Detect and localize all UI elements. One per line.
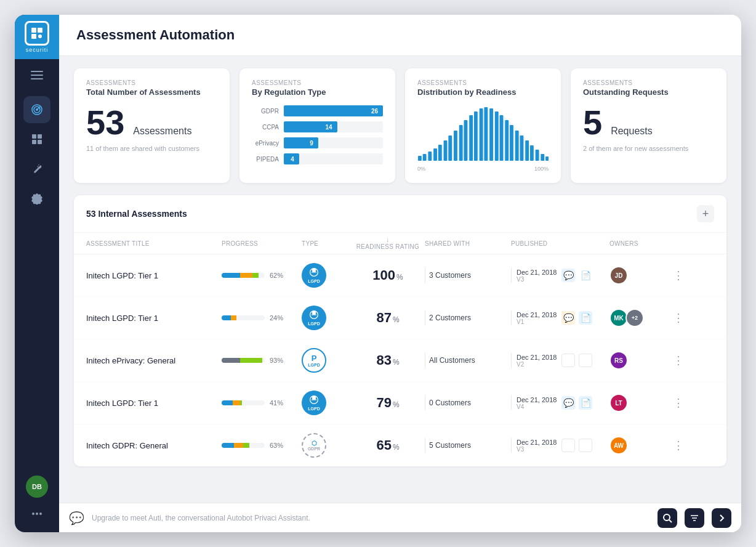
- doc-icon-empty: [579, 354, 592, 367]
- doc-icon-empty: [579, 439, 592, 452]
- svg-rect-23: [444, 140, 448, 161]
- svg-line-54: [669, 520, 672, 522]
- svg-rect-26: [459, 125, 463, 161]
- bar-row-ccpa: CCPA 14: [252, 121, 383, 132]
- shared-cell: 2 Customers: [425, 310, 511, 325]
- doc-icon[interactable]: 📄: [579, 311, 592, 325]
- search-button[interactable]: [657, 508, 677, 528]
- svg-rect-24: [448, 136, 452, 161]
- svg-rect-1: [38, 28, 42, 33]
- table-body: Initech LGPD: Tier 1 62% LGPD 100 % 3 Cu…: [74, 254, 726, 466]
- table-row: Initech GDPR: General 63% ⬡ GDPR 65 % 5 …: [74, 424, 726, 466]
- page-header: Assessment Automation: [59, 15, 741, 56]
- progress-cell: 62%: [222, 272, 302, 279]
- col-header-published: Published: [511, 240, 609, 247]
- published-cell: Dec 21, 2018 V3 💬 📄: [511, 268, 609, 283]
- progress-cell: 24%: [222, 314, 302, 322]
- col-header-type: Type: [302, 240, 351, 247]
- owners-cell: MK+2: [609, 309, 671, 327]
- type-cell: P LGPD: [302, 348, 351, 373]
- readiness-value: 65: [376, 437, 391, 453]
- progress-pct: 63%: [270, 442, 283, 449]
- owners-cell: JD: [609, 266, 671, 285]
- chat-icon[interactable]: 💬: [561, 396, 575, 410]
- axis-end: 100%: [534, 166, 549, 172]
- svg-rect-11: [32, 134, 36, 139]
- table-column-headers: Assessment Title Progress Type ↓ Readine…: [74, 233, 726, 254]
- pub-icons: 💬 📄: [561, 396, 592, 410]
- progress-pct: 93%: [270, 357, 283, 364]
- shared-text: 3 Customers: [429, 271, 471, 280]
- progress-cell: 93%: [222, 357, 302, 364]
- owner-avatar: JD: [609, 266, 628, 285]
- sidebar-item-grid[interactable]: [23, 126, 50, 153]
- readiness-arrow: ↓: [386, 237, 389, 243]
- bottom-actions: [657, 508, 731, 528]
- type-cell: ⬡ GDPR: [302, 433, 351, 458]
- owners-cell: AW: [609, 436, 671, 455]
- readiness-sign: %: [393, 400, 400, 409]
- svg-rect-5: [31, 75, 43, 76]
- doc-icon[interactable]: 📄: [579, 396, 592, 410]
- progress-bar: [222, 358, 265, 363]
- chat-bubble-icon: 💬: [69, 511, 84, 525]
- table-row: Initech LGPD: Tier 1 62% LGPD 100 % 3 Cu…: [74, 254, 726, 297]
- table-row: Initech ePrivacy: General 93% P LGPD 83 …: [74, 339, 726, 382]
- svg-rect-34: [500, 115, 504, 161]
- hamburger-button[interactable]: [15, 62, 59, 89]
- sidebar-nav: [15, 96, 59, 476]
- sidebar-item-tools[interactable]: [23, 155, 50, 182]
- stat-number-outstanding: 5: [583, 105, 602, 140]
- bar-row-pipeda: PIPEDA 4: [252, 153, 383, 164]
- shared-cell: 0 Customers: [425, 395, 511, 410]
- readiness-sign: %: [396, 273, 403, 282]
- svg-rect-19: [423, 154, 427, 161]
- sidebar-bottom: DB: [26, 476, 48, 525]
- svg-rect-42: [541, 154, 544, 161]
- bar-row-gdpr: GDPR 26: [252, 105, 383, 116]
- forward-button[interactable]: [712, 508, 731, 528]
- svg-rect-33: [495, 111, 499, 161]
- type-badge: LGPD: [302, 263, 326, 288]
- svg-rect-0: [31, 28, 36, 33]
- svg-rect-18: [418, 156, 422, 161]
- bar-chart: GDPR 26 CCPA 14: [252, 105, 383, 164]
- owners-cell: RS: [609, 351, 671, 370]
- table-row: Initech LGPD: Tier 1 41% LGPD 79 % 0 Cus…: [74, 382, 726, 424]
- progress-cell: 63%: [222, 442, 302, 449]
- readiness-cell: 83 %: [351, 352, 425, 368]
- chat-icon[interactable]: 💬: [561, 311, 575, 325]
- owner-more-avatar: +2: [625, 309, 644, 327]
- user-avatar[interactable]: DB: [26, 476, 48, 498]
- svg-rect-28: [469, 115, 473, 161]
- row-more-button[interactable]: ⋮: [671, 268, 686, 283]
- chat-icon-empty: [561, 354, 575, 367]
- row-more-button[interactable]: ⋮: [671, 353, 686, 368]
- main-content: Assessment Automation Assessments Total …: [59, 15, 741, 532]
- row-title: Initech LGPD: Tier 1: [86, 399, 222, 408]
- bottom-bar: 💬 Upgrade to meet Auti, the conversation…: [59, 503, 741, 532]
- row-more-button[interactable]: ⋮: [671, 395, 686, 410]
- readiness-value: 100: [372, 267, 395, 283]
- doc-icon[interactable]: 📄: [579, 269, 592, 282]
- row-title: Initech LGPD: Tier 1: [86, 271, 222, 280]
- stat-cards: Assessments Total Number of Assessments …: [74, 68, 726, 183]
- row-more-button[interactable]: ⋮: [671, 310, 686, 325]
- svg-rect-25: [454, 131, 457, 161]
- progress-bar: [222, 400, 265, 405]
- sidebar-item-radar[interactable]: [23, 96, 50, 123]
- row-more-button[interactable]: ⋮: [671, 438, 686, 453]
- add-assessment-button[interactable]: +: [697, 205, 714, 222]
- table-header: 53 Internal Assessments +: [74, 195, 726, 233]
- content-area: Assessments Total Number of Assessments …: [59, 56, 741, 503]
- type-cell: LGPD: [302, 391, 351, 415]
- readiness-sign: %: [393, 443, 400, 452]
- dots-icon[interactable]: [26, 503, 48, 525]
- svg-rect-13: [32, 140, 36, 144]
- shared-text: 5 Customers: [429, 441, 471, 450]
- filter-button[interactable]: [685, 508, 704, 528]
- sidebar-item-settings[interactable]: [23, 185, 50, 212]
- stat-title-total: Total Number of Assessments: [86, 87, 217, 97]
- pub-version: V2: [517, 361, 557, 368]
- chat-icon[interactable]: 💬: [561, 269, 575, 282]
